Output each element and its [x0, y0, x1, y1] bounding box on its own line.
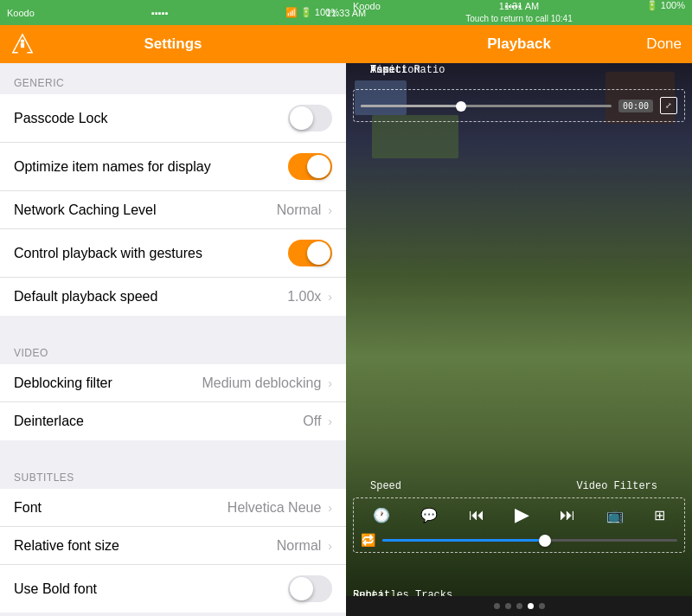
left-time: 11:33 AM	[326, 8, 366, 18]
generic-section-header: GENERIC	[0, 63, 346, 94]
gesture-labels-overlay: Position Time Aspect Ratio 00:00 ⤢	[346, 63, 692, 596]
network-caching-label: Network Caching Level	[14, 202, 157, 218]
network-caching-value: Normal ›	[277, 202, 332, 218]
control-playback-row: Control playback with gestures	[0, 229, 346, 278]
call-bar[interactable]: Touch to return to call 10:41	[346, 11, 692, 25]
dot-2	[505, 603, 511, 609]
video-area: Position Time Aspect Ratio 00:00 ⤢	[346, 63, 692, 596]
volume-row: 🔁	[357, 533, 681, 547]
mini-progress	[361, 105, 612, 107]
mini-thumb	[456, 101, 466, 112]
chevron-icon-3: ›	[328, 376, 332, 390]
settings-panel: GENERIC Passcode Lock Optimize item name…	[0, 63, 346, 616]
optimize-names-row: Optimize item names for display	[0, 143, 346, 191]
time-display: 00:00	[618, 99, 653, 112]
prev-icon[interactable]: ⏮	[469, 506, 484, 524]
playback-panel: Position Time Aspect Ratio 00:00 ⤢	[346, 63, 692, 616]
done-button[interactable]: Done	[646, 35, 682, 53]
subtitle-icon[interactable]: 💬	[420, 507, 438, 523]
playback-title: Playback	[487, 35, 551, 53]
toggle-knob	[290, 106, 313, 130]
right-status-area: Koodo ▪▪▪▪▪ 11:31 AM 🔋 100% Touch to ret…	[346, 0, 692, 25]
volume-thumb[interactable]	[539, 535, 551, 547]
dot-5	[539, 603, 545, 609]
controls-dashed-box: 🕐 💬 ⏮ ▶ ⏭ 📺 ⊞ 🔁	[353, 497, 685, 553]
right-time: 11:31 AM	[499, 1, 539, 11]
right-battery-icons: 🔋 100%	[646, 0, 685, 11]
subtitles-group: Font Helvetica Neue › Relative font size…	[0, 489, 346, 613]
deinterlace-value: Off ›	[303, 414, 332, 429]
svg-point-1	[17, 51, 27, 55]
font-label: Font	[14, 500, 42, 516]
nav-bars: Settings Playback Done	[0, 25, 692, 63]
volume-fill	[382, 539, 545, 542]
video-section-header: VIDEO	[0, 333, 346, 364]
chevron-icon-2: ›	[328, 290, 332, 304]
chevron-icon-4: ›	[328, 414, 332, 428]
chevron-icon-6: ›	[328, 539, 332, 553]
controls-row: 🕐 💬 ⏮ ▶ ⏭ 📺 ⊞	[357, 504, 681, 526]
bold-font-row: Use Bold font	[0, 565, 346, 613]
speed-label: Speed	[370, 480, 401, 492]
volume-track[interactable]	[382, 539, 677, 542]
settings-nav: Settings	[0, 25, 346, 63]
repeat-icon[interactable]: 🔁	[361, 533, 375, 547]
passcode-lock-toggle[interactable]	[288, 105, 332, 132]
deinterlace-row[interactable]: Deinterlace Off ›	[0, 402, 346, 440]
page-dots	[346, 596, 692, 616]
passcode-lock-label: Passcode Lock	[14, 111, 108, 126]
playback-speed-label: Default playback speed	[14, 289, 157, 305]
control-playback-label: Control playback with gestures	[14, 246, 202, 261]
dot-4-active	[528, 603, 534, 609]
control-playback-toggle[interactable]	[288, 240, 332, 266]
right-status-bar: Koodo ▪▪▪▪▪ 11:31 AM 🔋 100%	[346, 0, 692, 11]
play-icon[interactable]: ▶	[515, 504, 529, 526]
settings-title: Settings	[144, 35, 202, 53]
video-filters-label: Video Filters	[576, 480, 657, 492]
subtitles-section-header: SUBTITLES	[0, 458, 346, 489]
dot-3	[516, 603, 522, 609]
chevron-icon: ›	[328, 203, 332, 217]
generic-group: Passcode Lock Optimize item names for di…	[0, 94, 346, 316]
grid-icon[interactable]: ⊞	[654, 507, 665, 523]
position-dashed-box: 00:00 ⤢	[353, 89, 685, 122]
deblocking-label: Deblocking filter	[14, 375, 112, 391]
passcode-lock-row: Passcode Lock	[0, 94, 346, 143]
chevron-icon-5: ›	[328, 501, 332, 515]
font-size-label: Relative font size	[14, 538, 119, 554]
network-caching-row[interactable]: Network Caching Level Normal ›	[0, 191, 346, 229]
left-status-bar: Koodo ▪▪▪▪▪ 11:33 AM 📶 🔋 100%	[0, 0, 346, 25]
video-group: Deblocking filter Medium deblocking › De…	[0, 364, 346, 440]
subtitles-tracks-label: Subtitles Tracks	[353, 589, 452, 596]
optimize-names-label: Optimize item names for display	[14, 159, 211, 175]
status-bars: Koodo ▪▪▪▪▪ 11:33 AM 📶 🔋 100% Koodo ▪▪▪▪…	[0, 0, 692, 25]
next-icon[interactable]: ⏭	[560, 506, 575, 524]
toggle-knob-2	[307, 155, 330, 178]
playback-nav: Playback Done	[346, 25, 692, 63]
screen-icon[interactable]: 📺	[606, 507, 624, 523]
deblocking-row[interactable]: Deblocking filter Medium deblocking ›	[0, 364, 346, 402]
mini-progress-fill	[361, 105, 461, 107]
optimize-names-toggle[interactable]	[288, 153, 332, 180]
deblocking-value: Medium deblocking ›	[202, 375, 332, 391]
playback-speed-row[interactable]: Default playback speed 1.00x ›	[0, 278, 346, 316]
svg-rect-2	[21, 43, 24, 48]
vlc-logo	[10, 32, 35, 56]
main-content: GENERIC Passcode Lock Optimize item name…	[0, 63, 692, 616]
aspect-ratio-label: Aspect Ratio	[370, 64, 445, 76]
bold-font-toggle[interactable]	[288, 575, 332, 602]
left-signal: ▪▪▪▪▪	[151, 8, 169, 18]
dot-1	[494, 603, 500, 609]
clock-icon[interactable]: 🕐	[373, 507, 390, 523]
deinterlace-label: Deinterlace	[14, 414, 84, 429]
left-carrier: Koodo	[7, 8, 35, 18]
font-row[interactable]: Font Helvetica Neue ›	[0, 489, 346, 527]
font-value: Helvetica Neue ›	[227, 500, 332, 516]
font-size-row[interactable]: Relative font size Normal ›	[0, 527, 346, 565]
toggle-knob-3	[307, 241, 330, 265]
bold-font-label: Use Bold font	[14, 581, 97, 597]
svg-point-3	[21, 39, 24, 42]
font-size-value: Normal ›	[277, 538, 332, 554]
fullscreen-icon[interactable]: ⤢	[660, 97, 677, 114]
toggle-knob-4	[290, 577, 313, 600]
